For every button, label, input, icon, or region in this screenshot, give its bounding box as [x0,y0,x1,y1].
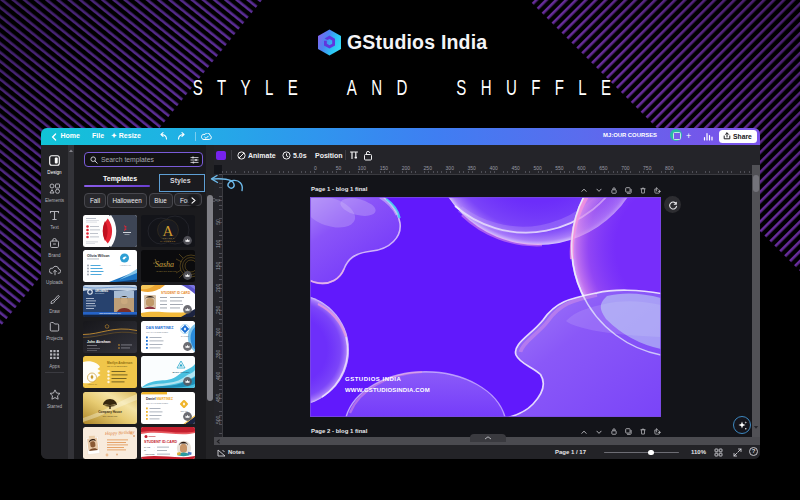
svg-text:EST. SINCE 1985: EST. SINCE 1985 [103,414,117,416]
svg-text:GSTUDIOS INDIA: GSTUDIOS INDIA [345,375,402,381]
svg-text:DAN MARTINEZ: DAN MARTINEZ [146,326,174,330]
svg-text:www.growingbusiness.com: www.growingbusiness.com [100,312,122,314]
svg-text:SQUARE: SQUARE [180,409,188,411]
svg-text:INTERIOR DESIGN: INTERIOR DESIGN [156,269,177,271]
svg-text:Olivia Wilson: Olivia Wilson [87,254,110,258]
svg-text:ADELINE &: ADELINE & [161,236,174,238]
svg-text:DIAMOND: DIAMOND [181,334,190,336]
svg-text:Company House: Company House [98,410,122,414]
svg-text:Hands & Co: Hands & Co [120,263,132,265]
svg-text:Angela & Co: Angela & Co [87,383,97,385]
svg-text:STUDENT ID CARD: STUDENT ID CARD [161,291,191,295]
svg-text:Daniel MARTINEZ: Daniel MARTINEZ [146,397,173,401]
svg-text:GRAPHIC DESIGNER: GRAPHIC DESIGNER [146,401,168,403]
svg-text:Sasha: Sasha [155,260,174,269]
svg-text:STUDENT ID-CARD: STUDENT ID-CARD [144,439,178,443]
svg-text:John Abraham: John Abraham [87,340,111,344]
svg-text:WWW.GSTUDIOSINDIA.COM: WWW.GSTUDIOSINDIA.COM [345,386,430,392]
svg-text:PARTNERS: PARTNERS [160,239,176,241]
svg-text:GRAPHIC DESIGNER: GRAPHIC DESIGNER [107,365,128,367]
svg-text:MARK ANTONIO: MARK ANTONIO [172,371,189,373]
svg-text:NAME: NAME [144,445,151,447]
svg-text:GRAPHIC DESIGNER: GRAPHIC DESIGNER [146,330,168,332]
svg-text:BUSINESS: BUSINESS [95,293,105,295]
